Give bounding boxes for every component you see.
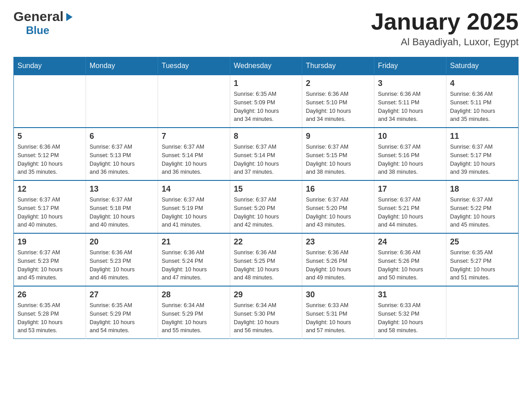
day-number: 3 [378, 79, 442, 88]
day-number: 12 [17, 184, 82, 194]
calendar-cell: 15Sunrise: 6:37 AM Sunset: 5:20 PM Dayli… [230, 180, 302, 233]
calendar-cell: 28Sunrise: 6:34 AM Sunset: 5:29 PM Dayli… [158, 286, 230, 339]
day-of-week-header: Tuesday [158, 57, 230, 75]
day-info: Sunrise: 6:33 AM Sunset: 5:32 PM Dayligh… [378, 301, 442, 335]
page-subtitle: Al Bayadiyah, Luxor, Egypt [371, 36, 519, 48]
calendar-cell: 29Sunrise: 6:34 AM Sunset: 5:30 PM Dayli… [230, 286, 302, 339]
day-number: 23 [306, 237, 370, 247]
day-info: Sunrise: 6:36 AM Sunset: 5:11 PM Dayligh… [450, 90, 515, 124]
calendar-cell: 19Sunrise: 6:37 AM Sunset: 5:23 PM Dayli… [14, 233, 86, 286]
day-info: Sunrise: 6:35 AM Sunset: 5:28 PM Dayligh… [17, 301, 82, 335]
calendar-cell: 14Sunrise: 6:37 AM Sunset: 5:19 PM Dayli… [158, 180, 230, 233]
day-info: Sunrise: 6:36 AM Sunset: 5:11 PM Dayligh… [378, 90, 442, 124]
calendar-cell: 11Sunrise: 6:37 AM Sunset: 5:17 PM Dayli… [446, 128, 519, 180]
day-of-week-header: Saturday [446, 57, 519, 75]
day-number: 14 [162, 184, 226, 194]
day-number: 21 [162, 237, 226, 247]
calendar-cell [86, 75, 158, 128]
day-info: Sunrise: 6:34 AM Sunset: 5:29 PM Dayligh… [162, 301, 226, 335]
logo-blue-text: Blue [26, 24, 49, 37]
calendar-cell: 25Sunrise: 6:35 AM Sunset: 5:27 PM Dayli… [446, 233, 519, 286]
day-info: Sunrise: 6:36 AM Sunset: 5:12 PM Dayligh… [17, 143, 82, 176]
calendar-cell: 17Sunrise: 6:37 AM Sunset: 5:21 PM Dayli… [374, 180, 446, 233]
calendar-cell: 1Sunrise: 6:35 AM Sunset: 5:09 PM Daylig… [230, 75, 302, 128]
day-number: 30 [306, 290, 370, 300]
calendar-week-row: 12Sunrise: 6:37 AM Sunset: 5:17 PM Dayli… [14, 180, 519, 233]
calendar-cell: 3Sunrise: 6:36 AM Sunset: 5:11 PM Daylig… [374, 75, 446, 128]
day-number: 7 [162, 132, 226, 141]
day-number: 25 [450, 237, 515, 247]
logo-arrow-icon [64, 12, 74, 22]
day-info: Sunrise: 6:37 AM Sunset: 5:19 PM Dayligh… [162, 196, 226, 229]
day-info: Sunrise: 6:33 AM Sunset: 5:31 PM Dayligh… [306, 301, 370, 335]
day-number: 15 [234, 184, 298, 194]
day-info: Sunrise: 6:36 AM Sunset: 5:25 PM Dayligh… [234, 248, 298, 282]
day-number: 5 [17, 132, 82, 141]
calendar-cell: 22Sunrise: 6:36 AM Sunset: 5:25 PM Dayli… [230, 233, 302, 286]
day-number: 1 [234, 79, 298, 88]
svg-marker-0 [66, 13, 73, 21]
day-number: 28 [162, 290, 226, 300]
calendar-cell: 10Sunrise: 6:37 AM Sunset: 5:16 PM Dayli… [374, 128, 446, 180]
day-of-week-header: Sunday [14, 57, 86, 75]
day-number: 20 [90, 237, 154, 247]
calendar-cell: 4Sunrise: 6:36 AM Sunset: 5:11 PM Daylig… [446, 75, 519, 128]
page-title: January 2025 [371, 9, 519, 34]
calendar-table: SundayMondayTuesdayWednesdayThursdayFrid… [13, 57, 519, 339]
day-number: 22 [234, 237, 298, 247]
calendar-week-row: 26Sunrise: 6:35 AM Sunset: 5:28 PM Dayli… [14, 286, 519, 339]
day-number: 26 [17, 290, 82, 300]
day-info: Sunrise: 6:34 AM Sunset: 5:30 PM Dayligh… [234, 301, 298, 335]
calendar-cell: 21Sunrise: 6:36 AM Sunset: 5:24 PM Dayli… [158, 233, 230, 286]
calendar-cell: 16Sunrise: 6:37 AM Sunset: 5:20 PM Dayli… [302, 180, 374, 233]
logo-general-text: General [13, 9, 64, 24]
day-info: Sunrise: 6:37 AM Sunset: 5:20 PM Dayligh… [306, 196, 370, 229]
day-of-week-header: Thursday [302, 57, 374, 75]
day-info: Sunrise: 6:37 AM Sunset: 5:18 PM Dayligh… [90, 196, 154, 229]
day-info: Sunrise: 6:37 AM Sunset: 5:14 PM Dayligh… [234, 143, 298, 176]
calendar-week-row: 19Sunrise: 6:37 AM Sunset: 5:23 PM Dayli… [14, 233, 519, 286]
day-info: Sunrise: 6:37 AM Sunset: 5:16 PM Dayligh… [378, 143, 442, 176]
day-of-week-header: Wednesday [230, 57, 302, 75]
day-number: 13 [90, 184, 154, 194]
calendar-cell: 31Sunrise: 6:33 AM Sunset: 5:32 PM Dayli… [374, 286, 446, 339]
calendar-week-row: 1Sunrise: 6:35 AM Sunset: 5:09 PM Daylig… [14, 75, 519, 128]
day-info: Sunrise: 6:37 AM Sunset: 5:23 PM Dayligh… [17, 248, 82, 282]
calendar-cell: 9Sunrise: 6:37 AM Sunset: 5:15 PM Daylig… [302, 128, 374, 180]
calendar-cell: 13Sunrise: 6:37 AM Sunset: 5:18 PM Dayli… [86, 180, 158, 233]
day-number: 10 [378, 132, 442, 141]
day-info: Sunrise: 6:36 AM Sunset: 5:23 PM Dayligh… [90, 248, 154, 282]
day-number: 8 [234, 132, 298, 141]
day-number: 6 [90, 132, 154, 141]
title-block: January 2025 Al Bayadiyah, Luxor, Egypt [371, 9, 519, 48]
calendar-header: SundayMondayTuesdayWednesdayThursdayFrid… [14, 57, 519, 75]
day-number: 11 [450, 132, 515, 141]
calendar-body: 1Sunrise: 6:35 AM Sunset: 5:09 PM Daylig… [14, 75, 519, 339]
calendar-cell: 27Sunrise: 6:35 AM Sunset: 5:29 PM Dayli… [86, 286, 158, 339]
day-number: 24 [378, 237, 442, 247]
day-number: 16 [306, 184, 370, 194]
day-number: 27 [90, 290, 154, 300]
calendar-cell: 8Sunrise: 6:37 AM Sunset: 5:14 PM Daylig… [230, 128, 302, 180]
day-number: 17 [378, 184, 442, 194]
calendar-cell: 26Sunrise: 6:35 AM Sunset: 5:28 PM Dayli… [14, 286, 86, 339]
day-info: Sunrise: 6:35 AM Sunset: 5:09 PM Dayligh… [234, 90, 298, 124]
day-number: 9 [306, 132, 370, 141]
day-info: Sunrise: 6:36 AM Sunset: 5:26 PM Dayligh… [378, 248, 442, 282]
day-info: Sunrise: 6:37 AM Sunset: 5:15 PM Dayligh… [306, 143, 370, 176]
calendar-cell: 5Sunrise: 6:36 AM Sunset: 5:12 PM Daylig… [14, 128, 86, 180]
calendar-cell [446, 286, 519, 339]
day-info: Sunrise: 6:36 AM Sunset: 5:24 PM Dayligh… [162, 248, 226, 282]
calendar-cell: 18Sunrise: 6:37 AM Sunset: 5:22 PM Dayli… [446, 180, 519, 233]
day-number: 2 [306, 79, 370, 88]
day-info: Sunrise: 6:35 AM Sunset: 5:29 PM Dayligh… [90, 301, 154, 335]
days-of-week-row: SundayMondayTuesdayWednesdayThursdayFrid… [14, 57, 519, 75]
page-header: General Blue January 2025 Al Bayadiyah, … [13, 9, 519, 48]
calendar-week-row: 5Sunrise: 6:36 AM Sunset: 5:12 PM Daylig… [14, 128, 519, 180]
calendar-cell [14, 75, 86, 128]
day-info: Sunrise: 6:37 AM Sunset: 5:17 PM Dayligh… [17, 196, 82, 229]
day-info: Sunrise: 6:37 AM Sunset: 5:22 PM Dayligh… [450, 196, 515, 229]
calendar-cell: 6Sunrise: 6:37 AM Sunset: 5:13 PM Daylig… [86, 128, 158, 180]
calendar-cell [158, 75, 230, 128]
calendar-cell: 20Sunrise: 6:36 AM Sunset: 5:23 PM Dayli… [86, 233, 158, 286]
